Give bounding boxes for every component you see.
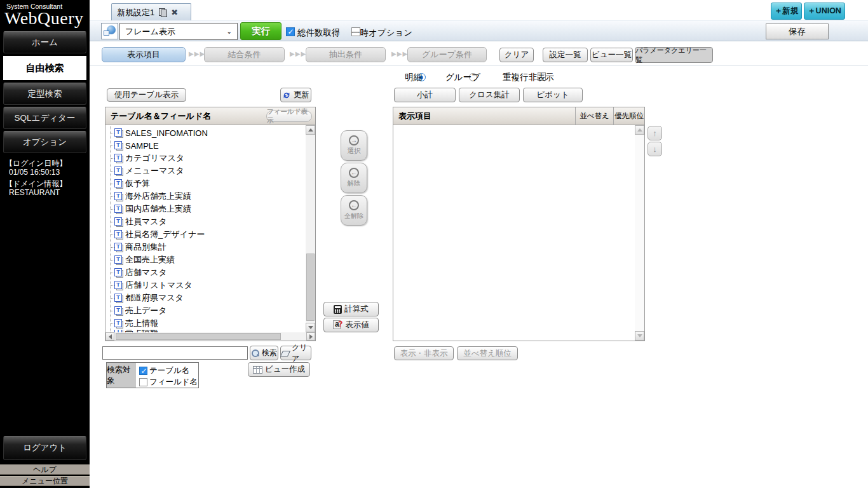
show-hide-button[interactable]: 表示・非表示 [394, 346, 454, 360]
step-join-conditions[interactable]: 結合条件 [204, 47, 285, 62]
table-tree-item[interactable]: SAMPLE [105, 139, 306, 152]
table-icon [114, 294, 123, 302]
field-display-button[interactable]: フィールド表示 [266, 111, 312, 122]
table-tree-item[interactable]: 売上情報 [105, 317, 306, 330]
display-items-panel: 表示項目 並べ替え 優先順位 [393, 107, 645, 341]
move-down-button[interactable]: ↓ [648, 142, 662, 156]
sidebar-item-home[interactable]: ホーム [3, 31, 86, 53]
search-icon [251, 349, 259, 357]
table-icon [114, 154, 123, 163]
pivot-button[interactable]: ピボット [523, 88, 583, 102]
display-mode-value: フレーム表示 [125, 26, 175, 37]
table-tree-item[interactable]: 店舗リストマスタ [105, 279, 306, 292]
tree-hscroll-thumb[interactable] [116, 333, 281, 340]
total-count-checkbox[interactable] [286, 27, 295, 36]
temp-option-label: 一時オプション [351, 27, 412, 39]
sidebar-item-sql-editor[interactable]: SQLエディター [3, 107, 86, 129]
search-target-label: 検索対象 [107, 363, 136, 388]
display-items-header: 表示項目 並べ替え 優先順位 [393, 107, 644, 125]
items-vscrollbar[interactable] [635, 125, 644, 341]
table-icon [114, 281, 123, 290]
table-tree-item[interactable]: 店舗マスタ [105, 266, 306, 279]
table-icon [114, 268, 123, 277]
save-button[interactable]: 保存 [766, 24, 829, 39]
copy-icon[interactable] [159, 8, 166, 17]
table-name: SALES_INFOMATION [125, 128, 208, 138]
new-query-button[interactable]: ＋新規 [771, 3, 802, 20]
table-name: 都道府県マスタ [125, 292, 184, 304]
table-name: 商品別集計 [125, 241, 166, 253]
remove-button[interactable]: ← 解除 [341, 163, 367, 193]
table-tree-item[interactable]: SALES_INFOMATION [105, 126, 306, 139]
move-up-button[interactable]: ↑ [648, 126, 662, 140]
field-name-checkbox[interactable] [139, 378, 147, 386]
cross-tab-button[interactable]: クロス集計 [459, 88, 520, 102]
remove-all-button[interactable]: ← 全解除 [341, 195, 367, 226]
step-arrow-icon [391, 50, 408, 57]
run-button[interactable]: 実行 [240, 22, 281, 40]
subtotal-button[interactable]: 小計 [394, 88, 456, 102]
step-extract-conditions[interactable]: 抽出条件 [306, 47, 386, 62]
tree-scroll-up-button[interactable] [306, 125, 315, 135]
logout-button[interactable]: ログアウト [3, 436, 86, 460]
tree-vscroll-thumb[interactable] [306, 254, 315, 321]
param-query-list-button[interactable]: パラメータクエリー一覧 [635, 47, 713, 63]
table-tree-item[interactable]: 海外店舗売上実績 [105, 190, 306, 203]
table-name: 社員名簿_デザイナー [125, 229, 205, 240]
table-tree-item[interactable]: 社員名簿_デザイナー [105, 228, 306, 241]
table-icon [114, 166, 123, 175]
eraser-icon [281, 349, 289, 356]
arrow-left-circle-icon: ← [349, 168, 359, 178]
search-clear-button[interactable]: クリア [280, 346, 311, 360]
refresh-icon [282, 91, 291, 100]
display-value-label: 表示値 [345, 320, 369, 330]
menu-position-button[interactable]: メニュー位置 [0, 476, 90, 486]
sidebar-item-free-search[interactable]: 自由検索 [3, 56, 86, 80]
sidebar-item-options[interactable]: オプション [3, 131, 86, 153]
table-name-checkbox[interactable] [139, 367, 147, 375]
query-tab[interactable]: 新規設定1 ✖ [111, 3, 191, 21]
table-tree-item[interactable]: 国内店舗売上実績 [105, 203, 306, 215]
table-tree-item[interactable]: メニューマスタ [105, 165, 306, 177]
table-tree-item[interactable]: カテゴリマスタ [105, 152, 306, 165]
help-button[interactable]: ヘルプ [0, 464, 90, 475]
search-clear-label: クリア [292, 342, 311, 364]
table-tree-item[interactable]: 社員マスタ [105, 215, 306, 228]
table-name: 店舗リストマスタ [125, 280, 193, 291]
tree-scroll-down-button[interactable] [306, 323, 315, 332]
union-button[interactable]: ＋UNION [804, 3, 845, 20]
sidebar-item-fixed-search[interactable]: 定型検索 [3, 83, 86, 105]
search-button[interactable]: 検索 [250, 346, 278, 360]
table-tree-item[interactable]: 商品別集計 [105, 241, 306, 254]
table-icon [114, 205, 123, 214]
search-input[interactable] [102, 346, 248, 360]
view-create-button[interactable]: ビュー作成 [248, 362, 310, 377]
table-tree-item[interactable]: 全国売上実績 [105, 254, 306, 266]
formula-button[interactable]: 計算式 [323, 302, 379, 316]
display-mode-select[interactable]: フレーム表示 ⌄ [119, 23, 238, 40]
tree-scroll-right-button[interactable] [306, 332, 315, 341]
settings-list-button[interactable]: 設定一覧 [543, 48, 588, 62]
sort-order-button[interactable]: 並べ替え順位 [457, 346, 518, 360]
display-value-button[interactable]: 表示値 [323, 318, 379, 332]
tree-scroll-left-button[interactable] [105, 332, 114, 341]
clear-button[interactable]: クリア [499, 48, 534, 62]
table-icon [114, 192, 123, 201]
view-list-button[interactable]: ビュー一覧 [590, 48, 633, 62]
table-tree-item[interactable]: 売上データ [105, 304, 306, 317]
items-scroll-up-button[interactable] [635, 125, 644, 135]
calculator-icon [334, 305, 342, 314]
use-table-display-button[interactable]: 使用テーブル表示 [107, 88, 186, 102]
frame-display-icon-button[interactable] [101, 23, 118, 39]
refresh-button[interactable]: 更新 [280, 88, 311, 102]
table-tree-item[interactable]: 都道府県マスタ [105, 292, 306, 304]
target-field-row: フィールド名 [139, 377, 198, 387]
step-display-items[interactable]: 表示項目 [102, 47, 186, 62]
domain-info-value: RESTAURANT [9, 188, 60, 197]
items-scroll-down-button[interactable] [635, 331, 644, 341]
step-group-conditions[interactable]: グループ条件 [407, 47, 487, 62]
select-button[interactable]: → 選択 [341, 130, 367, 161]
close-icon[interactable]: ✖ [171, 8, 178, 17]
table-tree-item[interactable]: 仮予算 [105, 177, 306, 190]
field-name-checkbox-label: フィールド名 [149, 377, 198, 388]
